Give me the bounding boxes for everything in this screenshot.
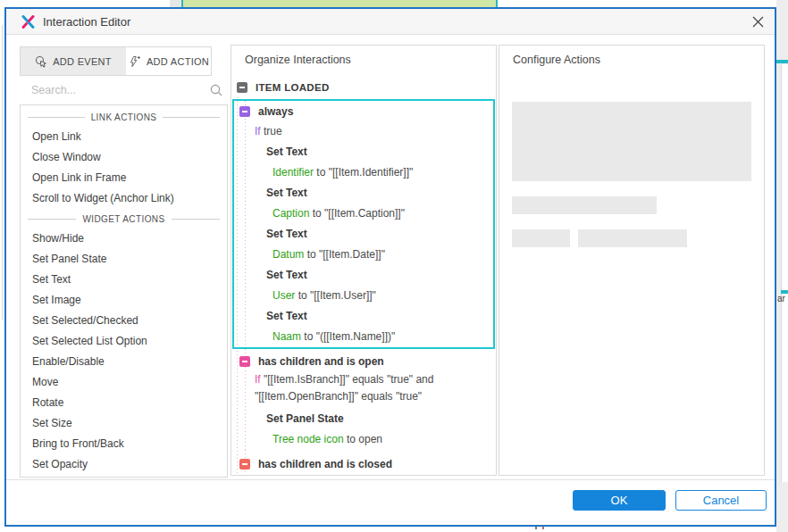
background-green-widget <box>181 0 498 7</box>
placeholder-bar <box>512 196 657 214</box>
background-widget-stub <box>170 0 181 7</box>
collapse-minus-icon[interactable] <box>237 82 247 93</box>
action-detail: Tree node icon to open <box>234 429 493 450</box>
background-text-fragment: ar <box>777 294 785 303</box>
list-item-open-link[interactable]: Open Link <box>21 127 227 147</box>
action-title[interactable]: Set Text <box>234 306 493 327</box>
organize-interactions-header: Organize Interactions <box>245 54 351 66</box>
dialog-title: Interaction Editor <box>43 15 130 29</box>
placeholder-bar <box>578 229 687 247</box>
section-label: LINK ACTIONS <box>91 112 157 122</box>
action-title[interactable]: Set Text <box>234 142 493 162</box>
list-item-set-panel-state[interactable]: Set Panel State <box>21 249 227 270</box>
action-detail: Identifier to "[[Item.Identifier]]" <box>234 162 493 183</box>
case-rows: always If true Set Text Identifier to "[… <box>231 99 496 476</box>
cancel-button[interactable]: Cancel <box>675 490 767 511</box>
search-icon <box>209 83 223 101</box>
case-name: always <box>258 105 293 118</box>
background-line <box>2 25 3 320</box>
section-divider-widget-actions: WIDGET ACTIONS <box>21 209 227 229</box>
action-detail: Datum to "[[Item.Date]]" <box>234 245 493 265</box>
collapse-minus-icon[interactable] <box>239 356 250 367</box>
placeholder-block <box>512 102 751 181</box>
list-item-bring-to-front-back[interactable]: Bring to Front/Back <box>21 434 227 454</box>
background-right-panel-edge <box>781 64 788 482</box>
event-label: ITEM LOADED <box>256 82 330 93</box>
case-name: has children and is closed <box>258 458 392 470</box>
tab-add-event[interactable]: ADD EVENT <box>21 47 126 75</box>
case-open-header[interactable]: has children and is open <box>234 351 493 371</box>
dialog-titlebar: Interaction Editor <box>6 9 775 35</box>
configure-actions-panel: Configure Actions <box>499 45 765 476</box>
background-teal-line <box>776 60 788 63</box>
list-item-enable-disable[interactable]: Enable/Disable <box>21 352 227 372</box>
list-item-set-size[interactable]: Set Size <box>21 413 227 434</box>
event-action-tabs: ADD EVENT ADD ACTION <box>20 46 212 76</box>
configure-actions-header: Configure Actions <box>513 54 600 66</box>
tab-add-action[interactable]: ADD ACTION <box>126 47 211 75</box>
ok-button[interactable]: OK <box>573 490 666 511</box>
action-title[interactable]: Set Text <box>234 224 493 245</box>
case-name: has children and is open <box>258 355 384 368</box>
case-closed-header[interactable]: has children and is closed <box>234 453 493 474</box>
list-item-close-window[interactable]: Close Window <box>21 147 227 168</box>
action-title[interactable]: Set Text <box>234 265 493 286</box>
list-item-set-selected-checked[interactable]: Set Selected/Checked <box>21 311 227 331</box>
list-item-open-link-in-frame[interactable]: Open Link in Frame <box>21 168 227 188</box>
action-title[interactable]: Set Panel State <box>234 409 493 429</box>
interaction-editor-dialog: Interaction Editor ADD EVENT ADD ACTION <box>4 7 776 527</box>
condition-line: If "[[Item.IsBranch]]" equals "true" and <box>234 474 493 476</box>
list-item-move[interactable]: Move <box>21 372 227 393</box>
list-item-scroll-to-widget[interactable]: Scroll to Widget (Anchor Link) <box>21 188 227 209</box>
action-title[interactable]: Set Text <box>234 183 493 204</box>
case-has-children-closed[interactable]: has children and is closed If "[[Item.Is… <box>232 452 495 476</box>
list-item-set-selected-list-option[interactable]: Set Selected List Option <box>21 331 227 352</box>
list-item-show-hide[interactable]: Show/Hide <box>21 229 227 249</box>
tab-add-action-label: ADD ACTION <box>147 56 209 67</box>
collapse-minus-icon[interactable] <box>239 459 250 470</box>
case-has-children-open[interactable]: has children and is open If "[[Item.IsBr… <box>232 349 495 452</box>
action-list: LINK ACTIONS Open Link Close Window Open… <box>20 104 228 478</box>
condition-line: "[[Item.OpenBranch]]" equals "true" <box>234 388 493 405</box>
condition-line: If true <box>234 121 493 142</box>
section-label: WIDGET ACTIONS <box>82 214 164 224</box>
section-divider-link-actions: LINK ACTIONS <box>21 107 227 127</box>
search-input[interactable] <box>20 76 228 104</box>
case-always-header[interactable]: always <box>234 101 493 121</box>
action-detail: Caption to "[[Item.Caption]]" <box>234 204 493 224</box>
list-item-rotate[interactable]: Rotate <box>21 393 227 413</box>
event-item-loaded[interactable]: ITEM LOADED <box>231 78 330 97</box>
case-always[interactable]: always If true Set Text Identifier to "[… <box>232 99 495 349</box>
collapse-minus-icon[interactable] <box>239 106 250 117</box>
action-detail: User to "[[Item.User]]" <box>234 286 493 306</box>
axure-logo-icon <box>21 15 35 29</box>
list-item-set-opacity[interactable]: Set Opacity <box>21 454 227 475</box>
footer-divider <box>6 479 775 480</box>
list-item-set-text[interactable]: Set Text <box>21 270 227 290</box>
placeholder-bar <box>512 229 570 247</box>
list-item-set-image[interactable]: Set Image <box>21 290 227 311</box>
tab-add-event-label: ADD EVENT <box>53 56 112 67</box>
close-icon[interactable] <box>750 14 766 29</box>
search-row <box>20 76 228 104</box>
condition-line: If "[[Item.IsBranch]]" equals "true" and <box>234 371 493 388</box>
action-detail: Naam to "([[Item.Name]])" <box>234 327 493 347</box>
click-icon <box>35 55 47 68</box>
organize-interactions-panel: Organize Interactions ITEM LOADED always… <box>231 45 497 476</box>
lightning-plus-icon <box>128 55 141 68</box>
